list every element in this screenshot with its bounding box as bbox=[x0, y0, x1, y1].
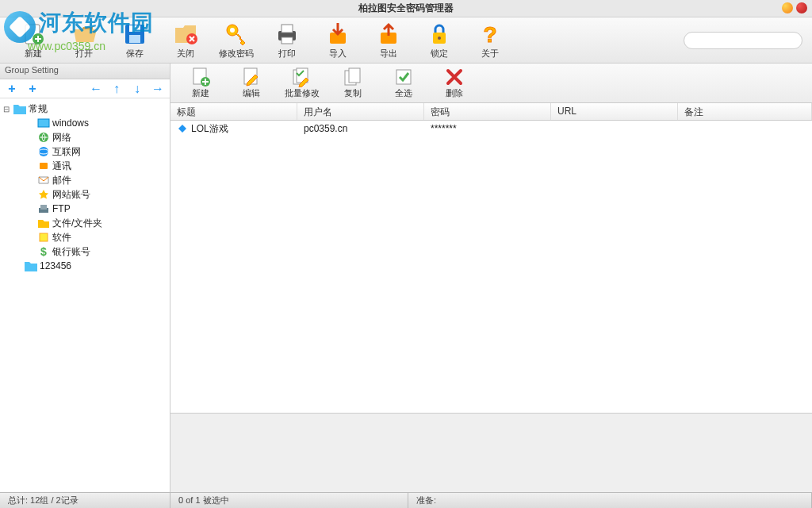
nav-down-button[interactable]: ↓ bbox=[130, 82, 144, 96]
entry-icon bbox=[177, 123, 188, 134]
about-button[interactable]: ? 关于 bbox=[465, 20, 515, 61]
svg-rect-32 bbox=[349, 68, 360, 83]
col-title[interactable]: 标题 bbox=[170, 103, 297, 120]
svg-rect-24 bbox=[40, 233, 48, 241]
delete-icon bbox=[444, 67, 465, 87]
svg-text:?: ? bbox=[483, 22, 496, 47]
import-button[interactable]: 导入 bbox=[312, 20, 363, 61]
statusbar: 总计: 12组 / 2记录 0 of 1 被选中 准备: bbox=[0, 492, 812, 508]
new-file-icon bbox=[21, 21, 46, 47]
question-icon: ? bbox=[477, 21, 503, 47]
nav-up-button[interactable]: ↑ bbox=[109, 82, 124, 96]
new-button[interactable]: 新建 bbox=[8, 20, 59, 61]
tree-item-icon bbox=[37, 160, 50, 172]
folder-icon bbox=[13, 102, 26, 115]
table-row[interactable]: LOL游戏pc0359.cn******* bbox=[170, 121, 812, 137]
main-area: 新建 编辑 批量修改 复制 全选 删除 bbox=[170, 64, 812, 492]
tree-item[interactable]: 文件/文件夹 bbox=[2, 216, 168, 230]
tree-item-icon bbox=[37, 174, 50, 187]
tree-item-icon bbox=[37, 145, 50, 158]
import-icon bbox=[325, 21, 350, 47]
svg-point-14 bbox=[438, 37, 441, 40]
entry-selectall-button[interactable]: 全选 bbox=[378, 65, 429, 102]
folder-close-icon bbox=[173, 21, 198, 47]
sidebar-header: Group Setting bbox=[0, 64, 170, 79]
folder-icon bbox=[25, 260, 37, 272]
close-window-button[interactable] bbox=[796, 2, 807, 13]
svg-rect-21 bbox=[40, 163, 48, 169]
folder-open-icon bbox=[71, 21, 97, 47]
entry-new-button[interactable]: 新建 bbox=[175, 65, 226, 102]
entry-delete-button[interactable]: 删除 bbox=[429, 65, 480, 102]
lock-icon bbox=[427, 21, 452, 47]
entry-edit-button[interactable]: 编辑 bbox=[226, 65, 277, 102]
tree-root[interactable]: ⊟ 常规 bbox=[2, 102, 168, 116]
close-button[interactable]: 关闭 bbox=[160, 20, 211, 61]
tree-item-icon bbox=[37, 231, 50, 244]
minimize-button[interactable] bbox=[782, 2, 793, 13]
tree-item[interactable]: windows bbox=[2, 116, 168, 130]
batch-edit-icon bbox=[292, 67, 312, 87]
copy-icon bbox=[343, 67, 363, 87]
sub-toolbar: 新建 编辑 批量修改 复制 全选 删除 bbox=[170, 64, 812, 103]
tree-extra-group[interactable]: 123456 bbox=[2, 259, 168, 273]
titlebar: 柏拉图安全密码管理器 bbox=[0, 0, 812, 17]
col-user[interactable]: 用户名 bbox=[297, 103, 424, 120]
col-url[interactable]: URL bbox=[551, 103, 678, 120]
select-all-icon bbox=[393, 67, 414, 87]
search-input[interactable] bbox=[691, 36, 800, 45]
main-toolbar: 新建 打开 保存 关闭 修改密码 打印 导入 导出 锁定 ? 关于 bbox=[0, 17, 812, 64]
svg-text:$: $ bbox=[40, 246, 47, 257]
status-ready: 准备: bbox=[408, 493, 812, 508]
svg-rect-33 bbox=[396, 70, 411, 84]
tree-item[interactable]: 网络 bbox=[2, 130, 168, 144]
lock-button[interactable]: 锁定 bbox=[414, 20, 465, 61]
tree-item-icon: $ bbox=[37, 245, 50, 258]
svg-rect-3 bbox=[129, 25, 140, 32]
tree-item-icon bbox=[37, 188, 50, 201]
tree-item[interactable]: 邮件 bbox=[2, 173, 168, 187]
tree-item-icon bbox=[37, 131, 50, 144]
tree-item[interactable]: 软件 bbox=[2, 230, 168, 244]
tree-item[interactable]: 互联网 bbox=[2, 144, 168, 159]
search-box[interactable] bbox=[684, 32, 802, 49]
add-subgroup-button[interactable]: + bbox=[25, 82, 40, 96]
col-pass[interactable]: 密码 bbox=[424, 103, 551, 120]
tree-item[interactable]: FTP bbox=[2, 202, 168, 216]
entry-copy-button[interactable]: 复制 bbox=[327, 65, 378, 102]
svg-point-7 bbox=[230, 28, 235, 33]
add-group-button[interactable]: + bbox=[5, 82, 19, 96]
tree-item[interactable]: 通讯 bbox=[2, 159, 168, 173]
tree-item-icon bbox=[37, 217, 50, 229]
open-button[interactable]: 打开 bbox=[59, 20, 109, 61]
group-tree: ⊟ 常规 windows网络互联网通讯邮件网站账号FTP文件/文件夹软件$银行账… bbox=[0, 98, 170, 492]
col-note[interactable]: 备注 bbox=[678, 103, 812, 120]
status-selection: 0 of 1 被选中 bbox=[170, 493, 408, 508]
sidebar-nav: + + ← ↑ ↓ → bbox=[0, 79, 170, 98]
window-title: 柏拉图安全密码管理器 bbox=[358, 2, 454, 15]
nav-forward-button[interactable]: → bbox=[151, 82, 165, 96]
export-icon bbox=[376, 21, 401, 47]
table-header: 标题 用户名 密码 URL 备注 bbox=[170, 103, 812, 121]
svg-rect-9 bbox=[282, 25, 293, 33]
tree-item[interactable]: $银行账号 bbox=[2, 244, 168, 259]
change-password-button[interactable]: 修改密码 bbox=[211, 20, 262, 61]
tree-item[interactable]: 网站账号 bbox=[2, 187, 168, 202]
key-icon bbox=[224, 21, 249, 47]
svg-rect-10 bbox=[282, 37, 293, 44]
svg-rect-17 bbox=[38, 119, 49, 127]
tree-item-icon bbox=[37, 117, 50, 129]
tree-item-icon bbox=[37, 202, 50, 215]
collapse-icon[interactable]: ⊟ bbox=[2, 105, 11, 114]
save-icon bbox=[122, 21, 147, 47]
status-total: 总计: 12组 / 2记录 bbox=[0, 493, 170, 508]
export-button[interactable]: 导出 bbox=[363, 20, 414, 61]
svg-point-19 bbox=[39, 147, 48, 156]
new-entry-icon bbox=[190, 67, 211, 87]
printer-icon bbox=[274, 21, 300, 47]
print-button[interactable]: 打印 bbox=[262, 20, 312, 61]
nav-back-button[interactable]: ← bbox=[89, 82, 103, 96]
save-button[interactable]: 保存 bbox=[109, 20, 160, 61]
detail-pane bbox=[170, 413, 812, 492]
entry-batchedit-button[interactable]: 批量修改 bbox=[277, 65, 327, 102]
